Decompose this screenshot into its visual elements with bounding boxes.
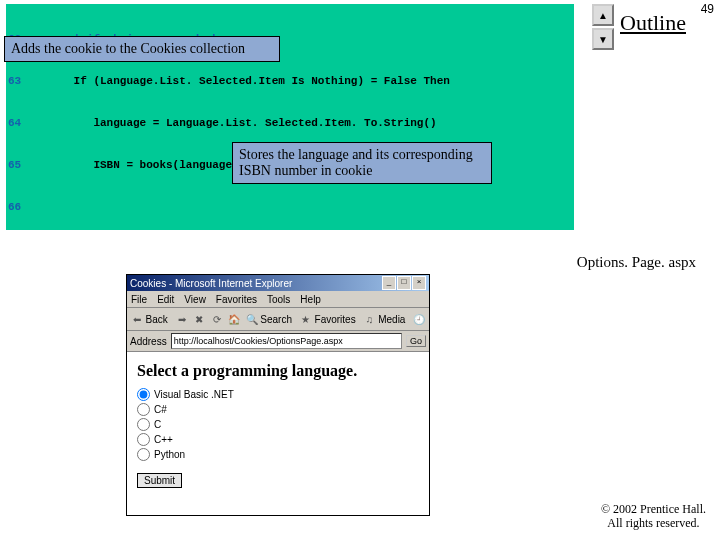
search-button[interactable]: 🔍 [244, 309, 260, 329]
back-button[interactable]: ⬅ [129, 309, 145, 329]
callout-text-line2: ISBN number in cookie [239, 163, 372, 178]
outline-nav: ▲ ▼ [592, 4, 610, 52]
browser-window: Cookies - Microsoft Internet Explorer _ … [126, 274, 430, 516]
submit-button[interactable]: Submit [137, 473, 182, 488]
radio-python[interactable] [137, 448, 150, 461]
page-number: 49 [701, 2, 714, 16]
copyright-line2: All rights reserved. [607, 516, 699, 530]
outline-link[interactable]: Outline [620, 10, 686, 36]
close-button[interactable]: × [412, 276, 426, 290]
menu-edit[interactable]: Edit [157, 294, 174, 305]
stop-button[interactable]: ✖ [191, 309, 207, 329]
go-button[interactable]: Go [406, 335, 426, 347]
browser-toolbar: ⬅ Back ➡ ✖ ⟳ 🏠 🔍 Search ★ Favorites ♫ Me… [127, 308, 429, 331]
menu-view[interactable]: View [184, 294, 206, 305]
radio-label: C [154, 419, 161, 430]
line-no: 64 [6, 116, 34, 130]
nav-down-button[interactable]: ▼ [592, 28, 614, 50]
maximize-button[interactable]: □ [397, 276, 411, 290]
code-text: If (Language.List. Selected.Item Is Noth… [34, 74, 450, 88]
home-button[interactable]: 🏠 [226, 309, 242, 329]
copyright: © 2002 Prentice Hall. All rights reserve… [601, 502, 706, 530]
minimize-button[interactable]: _ [382, 276, 396, 290]
copyright-line1: © 2002 Prentice Hall. [601, 502, 706, 516]
filename-label: Options. Page. aspx [577, 254, 696, 271]
refresh-button[interactable]: ⟳ [209, 309, 225, 329]
radio-label: C# [154, 404, 167, 415]
menu-file[interactable]: File [131, 294, 147, 305]
triangle-down-icon: ▼ [598, 34, 608, 45]
media-label: Media [378, 314, 405, 325]
line-no: 65 [6, 158, 34, 172]
menu-help[interactable]: Help [300, 294, 321, 305]
callout-text: Adds the cookie to the Cookies collectio… [11, 41, 245, 56]
callout-cookies-collection: Adds the cookie to the Cookies collectio… [4, 36, 280, 62]
callout-text-line1: Stores the language and its correspondin… [239, 147, 473, 162]
code-text: language = Language.List. Selected.Item.… [34, 116, 437, 130]
line-no: 63 [6, 74, 34, 88]
radio-c[interactable] [137, 418, 150, 431]
search-label: Search [260, 314, 292, 325]
address-input[interactable] [171, 333, 402, 349]
nav-up-button[interactable]: ▲ [592, 4, 614, 26]
radio-cpp[interactable] [137, 433, 150, 446]
radio-label: C++ [154, 434, 173, 445]
address-label: Address [130, 336, 167, 347]
radio-label: Visual Basic .NET [154, 389, 234, 400]
page-heading: Select a programming language. [137, 362, 419, 380]
radio-vb[interactable] [137, 388, 150, 401]
browser-menubar: File Edit View Favorites Tools Help [127, 291, 429, 308]
triangle-up-icon: ▲ [598, 10, 608, 21]
media-button[interactable]: ♫ [362, 309, 378, 329]
radio-csharp[interactable] [137, 403, 150, 416]
line-no: 66 [6, 200, 34, 214]
address-bar: Address Go [127, 331, 429, 352]
browser-title: Cookies - Microsoft Internet Explorer [130, 278, 292, 289]
history-button[interactable]: 🕘 [411, 309, 427, 329]
favorites-label: Favorites [315, 314, 356, 325]
menu-favorites[interactable]: Favorites [216, 294, 257, 305]
browser-content: Select a programming language. Visual Ba… [127, 352, 429, 496]
radio-label: Python [154, 449, 185, 460]
browser-titlebar: Cookies - Microsoft Internet Explorer _ … [127, 275, 429, 291]
callout-store-language: Stores the language and its correspondin… [232, 142, 492, 184]
forward-button[interactable]: ➡ [174, 309, 190, 329]
menu-tools[interactable]: Tools [267, 294, 290, 305]
favorites-button[interactable]: ★ [298, 309, 314, 329]
back-label: Back [146, 314, 168, 325]
